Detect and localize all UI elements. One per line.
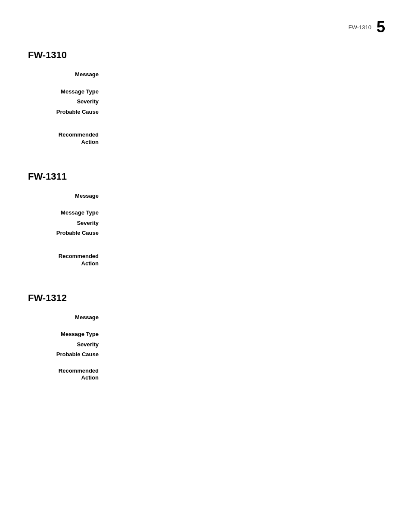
entry-value-recommended-action-1312 <box>106 367 383 382</box>
entry-title-fw-1312: FW-1312 <box>28 292 383 304</box>
entry-value-message <box>106 70 383 79</box>
entry-label-probable-cause: Probable Cause <box>28 108 106 116</box>
entry-row-severity: Severity <box>28 97 383 106</box>
entry-row-message: Message <box>28 70 383 79</box>
entry-label-recommended-action: RecommendedAction <box>28 131 106 146</box>
entry-value-severity-1312 <box>106 340 383 349</box>
entry-label-severity-1312: Severity <box>28 340 106 349</box>
entry-label-message: Message <box>28 70 106 79</box>
entry-label-message-type: Message Type <box>28 87 106 96</box>
entry-row-severity-1312: Severity <box>28 340 383 349</box>
entry-value-severity-1311 <box>106 219 383 227</box>
entry-row-message-type-1312: Message Type <box>28 330 383 339</box>
page-number: 5 <box>377 19 385 35</box>
entry-value-probable-cause <box>106 108 383 116</box>
entry-row-severity-1311: Severity <box>28 219 383 227</box>
entry-value-recommended-action <box>106 131 383 146</box>
entry-row-recommended-action-1311: RecommendedAction <box>28 253 383 268</box>
entry-title-fw-1311: FW-1311 <box>28 171 383 182</box>
entry-label-recommended-action-1311: RecommendedAction <box>28 253 106 268</box>
entry-label-message-1311: Message <box>28 192 106 200</box>
entry-row-message-type: Message Type <box>28 87 383 96</box>
entry-title-fw-1310: FW-1310 <box>28 50 383 61</box>
entry-label-message-type-1312: Message Type <box>28 330 106 339</box>
entry-value-recommended-action-1311 <box>106 253 383 268</box>
entry-value-message-1311 <box>106 192 383 200</box>
entry-value-message-type-1312 <box>106 330 383 339</box>
entry-fw-1311: FW-1311 Message Message Type Severity Pr… <box>28 171 383 268</box>
entry-row-probable-cause: Probable Cause <box>28 108 383 116</box>
entry-label-probable-cause-1311: Probable Cause <box>28 229 106 237</box>
entry-value-probable-cause-1312 <box>106 350 383 359</box>
entry-row-probable-cause-1312: Probable Cause <box>28 350 383 359</box>
entry-value-severity <box>106 97 383 106</box>
entry-row-recommended-action: RecommendedAction <box>28 131 383 146</box>
entry-label-message-1312: Message <box>28 313 106 322</box>
entry-value-probable-cause-1311 <box>106 229 383 237</box>
entry-label-probable-cause-1312: Probable Cause <box>28 350 106 359</box>
entry-value-message-type <box>106 87 383 96</box>
entry-label-severity-1311: Severity <box>28 219 106 227</box>
entry-label-recommended-action-1312: RecommendedAction <box>28 367 106 382</box>
entry-label-message-type-1311: Message Type <box>28 208 106 217</box>
entry-row-message-1312: Message <box>28 313 383 322</box>
entry-value-message-type-1311 <box>106 208 383 217</box>
entry-row-probable-cause-1311: Probable Cause <box>28 229 383 237</box>
entry-row-recommended-action-1312: RecommendedAction <box>28 367 383 382</box>
entry-row-message-type-1311: Message Type <box>28 208 383 217</box>
entry-label-severity: Severity <box>28 97 106 106</box>
page-header: FW-1310 5 <box>349 19 385 35</box>
entry-fw-1310: FW-1310 Message Message Type Severity Pr… <box>28 50 383 146</box>
page-content: FW-1310 Message Message Type Severity Pr… <box>0 0 411 382</box>
entry-row-message-1311: Message <box>28 192 383 200</box>
entry-fw-1312: FW-1312 Message Message Type Severity Pr… <box>28 292 383 382</box>
page-header-code: FW-1310 <box>349 24 371 31</box>
entry-value-message-1312 <box>106 313 383 322</box>
